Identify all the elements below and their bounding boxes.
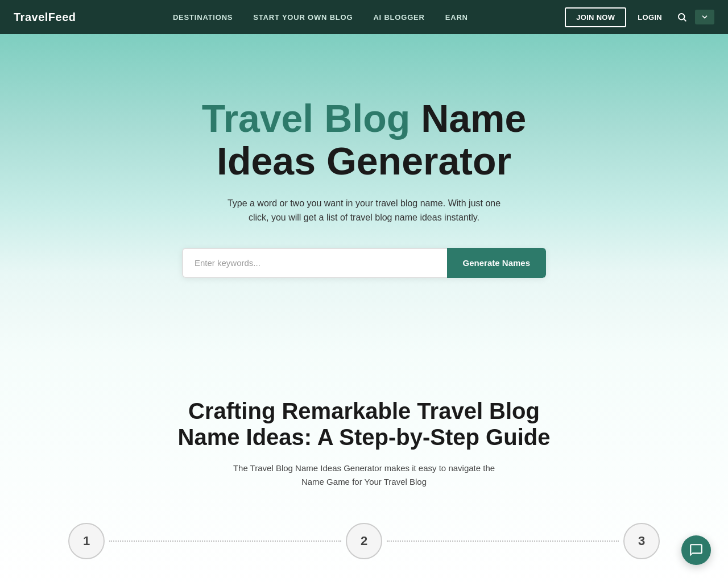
chat-icon — [689, 543, 704, 558]
step-3-circle: 3 — [623, 523, 660, 559]
nav-ai-blogger[interactable]: AI BLOGGER — [373, 13, 424, 22]
hero-title: Travel Blog Name Ideas Generator — [165, 97, 563, 182]
nav-earn[interactable]: EARN — [445, 13, 468, 22]
dropdown-button[interactable] — [695, 10, 714, 24]
chevron-down-icon — [701, 13, 709, 21]
keyword-search-bar: Generate Names — [182, 248, 546, 278]
nav-start-blog[interactable]: START YOUR OWN BLOG — [253, 13, 353, 22]
guide-subtitle: The Travel Blog Name Ideas Generator mak… — [222, 462, 506, 489]
chat-bubble-button[interactable] — [681, 535, 711, 565]
hero-subtitle: Type a word or two you want in your trav… — [216, 196, 512, 225]
step-dots-1 — [109, 541, 341, 542]
step-1-circle: 1 — [68, 523, 105, 559]
nav-destinations[interactable]: DESTINATIONS — [173, 13, 233, 22]
guide-section: Crafting Remarkable Travel Blog Name Ide… — [0, 352, 728, 582]
generate-names-button[interactable]: Generate Names — [447, 248, 546, 278]
steps-row: 1 2 3 — [11, 523, 717, 559]
step-dots-2 — [387, 541, 619, 542]
step-2-circle: 2 — [346, 523, 382, 559]
guide-title: Crafting Remarkable Travel Blog Name Ide… — [165, 398, 563, 450]
navbar: TravelFeed DESTINATIONS START YOUR OWN B… — [0, 0, 728, 34]
keywords-input[interactable] — [182, 248, 447, 278]
search-icon — [677, 12, 687, 22]
site-logo[interactable]: TravelFeed — [14, 11, 76, 24]
search-icon-button[interactable] — [673, 9, 690, 26]
login-button[interactable]: LOGIN — [631, 9, 669, 26]
hero-section: Travel Blog Name Ideas Generator Type a … — [0, 34, 728, 352]
hero-title-accent: Travel Blog — [202, 97, 411, 140]
navbar-actions: JOIN NOW LOGIN — [565, 7, 714, 27]
svg-line-1 — [684, 19, 685, 20]
join-now-button[interactable]: JOIN NOW — [565, 7, 626, 27]
nav-links: DESTINATIONS START YOUR OWN BLOG AI BLOG… — [173, 12, 468, 22]
